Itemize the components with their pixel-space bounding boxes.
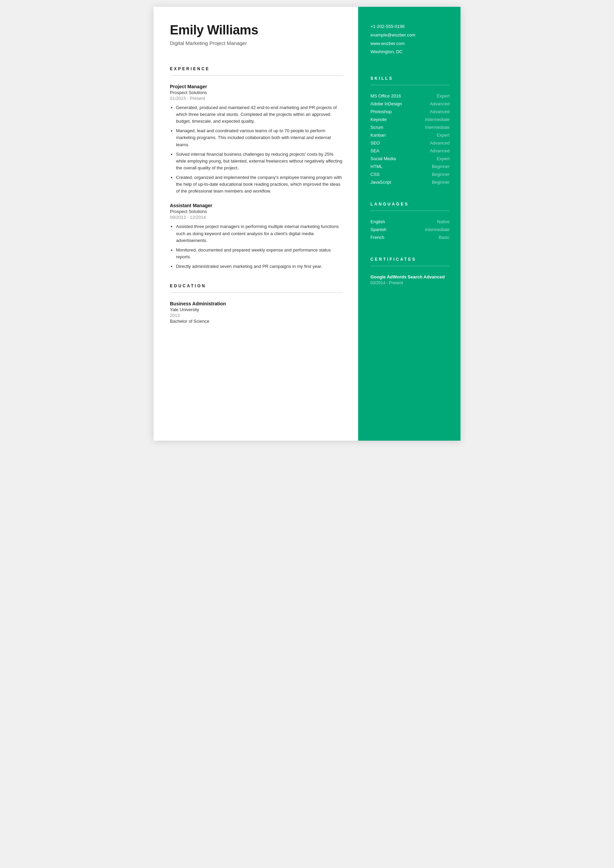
- skill-name: SEO: [370, 140, 380, 146]
- job-item: Project ManagerProspect Solutions01/2015…: [170, 84, 343, 195]
- languages-list: EnglishNativeSpanishIntermediateFrenchBa…: [370, 219, 449, 240]
- candidate-name: Emily Williams: [170, 23, 343, 37]
- education-section: EDUCATION Business AdministrationYale Un…: [170, 284, 343, 324]
- job-dates: 09/2013 - 12/2014: [170, 215, 343, 220]
- skill-row: CSSBeginner: [370, 172, 449, 177]
- edu-degree: Business Administration: [170, 301, 343, 306]
- skill-level: Beginner: [432, 180, 449, 185]
- job-title: Project Manager: [170, 84, 343, 89]
- job-bullet: Assisted three project managers in perfo…: [176, 223, 343, 244]
- job-company: Prospect Solutions: [170, 209, 343, 214]
- edu-type: Bachelor of Science: [170, 319, 343, 324]
- skill-name: SEA: [370, 148, 379, 153]
- certificates-divider: [370, 266, 449, 266]
- experience-divider: [170, 75, 343, 76]
- certificate-name: Google AdWords Search Advanced: [370, 274, 449, 279]
- job-bullet: Solved internal financial business chall…: [176, 151, 343, 171]
- skill-level: Advanced: [430, 101, 449, 106]
- job-company: Prospect Solutions: [170, 90, 343, 95]
- skill-row: Social MediaExpert: [370, 156, 449, 161]
- skill-level: Intermediate: [425, 125, 449, 130]
- skill-name: Keynote: [370, 117, 387, 122]
- languages-divider: [370, 211, 449, 211]
- skill-level: Advanced: [430, 109, 449, 114]
- language-level: Basic: [439, 235, 449, 240]
- job-item: Assistant ManagerProspect Solutions09/20…: [170, 203, 343, 270]
- contact-info: +1-202-555-0196 example@wozber.com www.w…: [370, 23, 449, 56]
- skill-row: MS Office 2016Expert: [370, 93, 449, 99]
- language-row: SpanishIntermediate: [370, 227, 449, 232]
- contact-location: Washington, DC: [370, 48, 449, 56]
- skill-name: Scrum: [370, 125, 383, 130]
- edu-item: Business AdministrationYale University20…: [170, 301, 343, 324]
- job-title: Assistant Manager: [170, 203, 343, 208]
- edu-school: Yale University: [170, 307, 343, 312]
- skill-name: Kanban: [370, 133, 386, 138]
- skill-name: HTML: [370, 164, 382, 169]
- skill-name: Adobe InDesign: [370, 101, 402, 106]
- job-bullets-list: Assisted three project managers in perfo…: [170, 223, 343, 270]
- left-column: Emily Williams Digital Marketing Project…: [154, 7, 358, 441]
- skill-row: KeynoteIntermediate: [370, 117, 449, 122]
- job-bullet: Monitored, documented and prepared weekl…: [176, 247, 343, 260]
- skills-section: SKILLS MS Office 2016ExpertAdobe InDesig…: [370, 76, 449, 185]
- job-bullet: Generated, produced and maintained 42 en…: [176, 104, 343, 125]
- job-bullet: Managed, lead and coordinated various te…: [176, 127, 343, 148]
- skill-level: Advanced: [430, 140, 449, 146]
- education-list: Business AdministrationYale University20…: [170, 301, 343, 324]
- language-name: Spanish: [370, 227, 387, 232]
- skill-level: Beginner: [432, 172, 449, 177]
- job-bullet: Directly administrated seven marketing a…: [176, 263, 343, 270]
- certificates-title: CERTIFICATES: [370, 257, 449, 262]
- skill-name: Photoshop: [370, 109, 392, 114]
- job-dates: 01/2015 - Present: [170, 96, 343, 101]
- languages-section: LANGUAGES EnglishNativeSpanishIntermedia…: [370, 202, 449, 240]
- edu-year: 2013: [170, 313, 343, 318]
- contact-phone: +1-202-555-0196: [370, 23, 449, 30]
- skill-row: ScrumIntermediate: [370, 125, 449, 130]
- skill-row: HTMLBeginner: [370, 164, 449, 169]
- skills-divider: [370, 85, 449, 85]
- job-bullet: Created, organized and implemented the c…: [176, 174, 343, 195]
- language-name: French: [370, 235, 384, 240]
- experience-title: EXPERIENCE: [170, 67, 343, 71]
- languages-title: LANGUAGES: [370, 202, 449, 206]
- skill-level: Beginner: [432, 164, 449, 169]
- resume-container: Emily Williams Digital Marketing Project…: [154, 7, 460, 441]
- contact-email: example@wozber.com: [370, 32, 449, 39]
- certificate-dates: 03/2014 - Present: [370, 281, 449, 285]
- skill-row: JavaScriptBeginner: [370, 180, 449, 185]
- skill-level: Expert: [437, 156, 449, 161]
- certificate-item: Google AdWords Search Advanced03/2014 - …: [370, 274, 449, 285]
- right-column: +1-202-555-0196 example@wozber.com www.w…: [358, 7, 460, 441]
- candidate-title: Digital Marketing Project Manager: [170, 40, 343, 46]
- certificates-list: Google AdWords Search Advanced03/2014 - …: [370, 274, 449, 285]
- skill-name: JavaScript: [370, 180, 391, 185]
- education-title: EDUCATION: [170, 284, 343, 288]
- language-row: FrenchBasic: [370, 235, 449, 240]
- job-bullets-list: Generated, produced and maintained 42 en…: [170, 104, 343, 195]
- skills-title: SKILLS: [370, 76, 449, 81]
- experience-section: EXPERIENCE Project ManagerProspect Solut…: [170, 67, 343, 270]
- language-level: Intermediate: [425, 227, 449, 232]
- experience-list: Project ManagerProspect Solutions01/2015…: [170, 84, 343, 270]
- skill-row: Adobe InDesignAdvanced: [370, 101, 449, 106]
- skill-level: Expert: [437, 133, 449, 138]
- skill-row: KanbanExpert: [370, 133, 449, 138]
- skill-level: Expert: [437, 93, 449, 99]
- language-row: EnglishNative: [370, 219, 449, 224]
- skills-list: MS Office 2016ExpertAdobe InDesignAdvanc…: [370, 93, 449, 185]
- skill-name: Social Media: [370, 156, 396, 161]
- certificates-section: CERTIFICATES Google AdWords Search Advan…: [370, 257, 449, 285]
- education-divider: [170, 292, 343, 293]
- skill-name: CSS: [370, 172, 380, 177]
- skill-name: MS Office 2016: [370, 93, 401, 99]
- skill-row: SEOAdvanced: [370, 140, 449, 146]
- skill-level: Intermediate: [425, 117, 449, 122]
- skill-row: PhotoshopAdvanced: [370, 109, 449, 114]
- language-level: Native: [437, 219, 449, 224]
- language-name: English: [370, 219, 385, 224]
- contact-website: www.wozber.com: [370, 40, 449, 47]
- skill-row: SEAAdvanced: [370, 148, 449, 153]
- skill-level: Advanced: [430, 148, 449, 153]
